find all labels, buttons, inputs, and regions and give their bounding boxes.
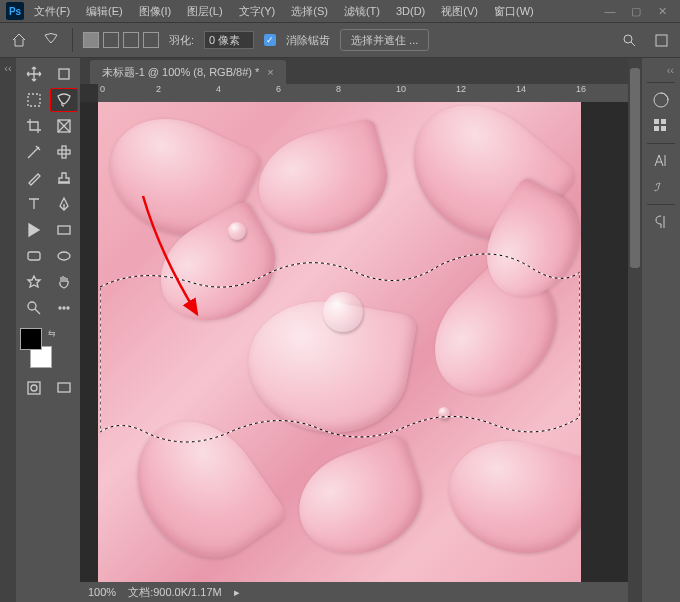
menu-bar: Ps 文件(F) 编辑(E) 图像(I) 图层(L) 文字(Y) 选择(S) 滤…: [0, 0, 680, 22]
healing-tool[interactable]: [50, 140, 78, 164]
svg-rect-21: [661, 126, 666, 131]
marquee-tool[interactable]: [20, 88, 48, 112]
select-and-mask-button[interactable]: 选择并遮住 ...: [340, 29, 429, 51]
frame-tool[interactable]: [50, 114, 78, 138]
color-panel-icon[interactable]: [647, 89, 675, 111]
menu-edit[interactable]: 编辑(E): [80, 2, 129, 21]
artboard-tool[interactable]: [50, 62, 78, 86]
selection-intersect-icon[interactable]: [143, 32, 159, 48]
character-panel-icon[interactable]: [647, 150, 675, 172]
svg-rect-20: [654, 126, 659, 131]
vertical-scrollbar[interactable]: [628, 58, 642, 602]
svg-point-9: [58, 252, 70, 260]
menu-file[interactable]: 文件(F): [28, 2, 76, 21]
menu-view[interactable]: 视图(V): [435, 2, 484, 21]
ellipse-tool[interactable]: [50, 244, 78, 268]
swatches-panel-icon[interactable]: [647, 115, 675, 137]
menu-type[interactable]: 文字(Y): [233, 2, 282, 21]
svg-point-13: [67, 307, 69, 309]
svg-rect-7: [58, 226, 70, 234]
svg-rect-6: [58, 150, 70, 154]
swap-colors-icon[interactable]: ⇆: [48, 328, 56, 338]
foreground-background-swatch[interactable]: ⇆: [20, 328, 60, 368]
svg-rect-2: [59, 69, 69, 79]
document-area: 未标题-1 @ 100% (8, RGB/8#) * × 0 2 4 6 8 1…: [80, 58, 628, 602]
zoom-level[interactable]: 100%: [88, 586, 116, 598]
rectangle-tool[interactable]: [50, 218, 78, 242]
right-panel-collapse[interactable]: ‹‹: [667, 64, 674, 76]
svg-rect-1: [656, 35, 667, 46]
document-tab[interactable]: 未标题-1 @ 100% (8, RGB/8#) * ×: [90, 60, 286, 84]
svg-rect-16: [58, 383, 70, 392]
glyphs-panel-icon[interactable]: ℐ: [647, 176, 675, 198]
svg-point-15: [31, 385, 37, 391]
rounded-rect-tool[interactable]: [20, 244, 48, 268]
menu-3d[interactable]: 3D(D): [390, 3, 431, 19]
home-icon[interactable]: [8, 29, 30, 51]
quickmask-tool[interactable]: [20, 376, 48, 400]
options-bar: 羽化: ✓ 消除锯齿 选择并遮住 ...: [0, 22, 680, 58]
toolbar: ⇆: [16, 58, 80, 602]
foreground-color[interactable]: [20, 328, 42, 350]
doc-size: 文档:900.0K/1.17M: [128, 585, 222, 600]
status-chevron-icon[interactable]: ▸: [234, 586, 240, 599]
anti-alias-checkbox[interactable]: ✓: [264, 34, 276, 46]
svg-rect-3: [28, 94, 40, 106]
brush-tool[interactable]: [20, 166, 48, 190]
selection-new-icon[interactable]: [83, 32, 99, 48]
document-tabs: 未标题-1 @ 100% (8, RGB/8#) * ×: [80, 58, 628, 84]
right-panel: ‹‹ ℐ: [642, 58, 680, 602]
type-tool[interactable]: [20, 192, 48, 216]
screenmode-tool[interactable]: [50, 376, 78, 400]
selection-subtract-icon[interactable]: [123, 32, 139, 48]
menu-window[interactable]: 窗口(W): [488, 2, 540, 21]
image-content: [98, 102, 581, 582]
svg-rect-18: [654, 119, 659, 124]
svg-point-10: [28, 302, 36, 310]
menu-layer[interactable]: 图层(L): [181, 2, 228, 21]
edit-toolbar-icon[interactable]: [50, 296, 78, 320]
svg-point-0: [624, 35, 632, 43]
window-maximize-icon[interactable]: ▢: [624, 3, 648, 19]
lasso-tool[interactable]: [50, 88, 78, 112]
feather-input[interactable]: [204, 31, 254, 49]
tab-title: 未标题-1 @ 100% (8, RGB/8#) *: [102, 65, 259, 80]
tab-close-icon[interactable]: ×: [267, 66, 273, 78]
ruler-horizontal: 0 2 4 6 8 10 12 14 16: [98, 84, 628, 102]
left-panel-collapse[interactable]: ‹‹: [0, 58, 16, 602]
selection-add-icon[interactable]: [103, 32, 119, 48]
svg-rect-5: [62, 146, 66, 158]
stamp-tool[interactable]: [50, 166, 78, 190]
move-tool[interactable]: [20, 62, 48, 86]
share-icon[interactable]: [650, 29, 672, 51]
custom-shape-tool[interactable]: [20, 270, 48, 294]
feather-label: 羽化:: [169, 33, 194, 48]
crop-tool[interactable]: [20, 114, 48, 138]
svg-point-11: [59, 307, 61, 309]
menu-select[interactable]: 选择(S): [285, 2, 334, 21]
paragraph-panel-icon[interactable]: [647, 211, 675, 233]
menu-filter[interactable]: 滤镜(T): [338, 2, 386, 21]
app-logo: Ps: [6, 2, 24, 20]
pen-tool[interactable]: [50, 192, 78, 216]
svg-rect-19: [661, 119, 666, 124]
eyedropper-tool[interactable]: [20, 140, 48, 164]
zoom-tool[interactable]: [20, 296, 48, 320]
window-minimize-icon[interactable]: —: [598, 3, 622, 19]
status-bar: 100% 文档:900.0K/1.17M ▸: [80, 582, 628, 602]
selection-mode-cluster: [83, 32, 159, 48]
svg-rect-8: [28, 252, 40, 260]
search-icon[interactable]: [618, 29, 640, 51]
window-close-icon[interactable]: ✕: [650, 3, 674, 19]
svg-point-12: [63, 307, 65, 309]
canvas[interactable]: [98, 102, 581, 582]
menu-image[interactable]: 图像(I): [133, 2, 177, 21]
svg-text:ℐ: ℐ: [654, 181, 661, 193]
svg-rect-14: [28, 382, 40, 394]
anti-alias-label: 消除锯齿: [286, 33, 330, 48]
hand-tool[interactable]: [50, 270, 78, 294]
tool-preset-icon[interactable]: [40, 29, 62, 51]
path-tool[interactable]: [20, 218, 48, 242]
